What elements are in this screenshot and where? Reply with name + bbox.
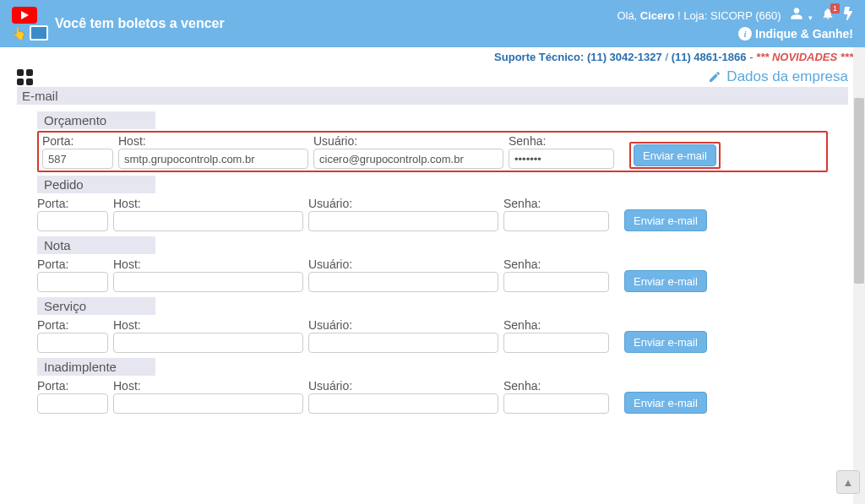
- form-row-pedido: Porta: Host: Usuário: Senha: Enviar e-ma…: [37, 195, 828, 233]
- label-senha: Senha:: [503, 257, 609, 271]
- section-title-servico: Serviço: [37, 297, 155, 315]
- notification-badge: 1: [830, 3, 840, 14]
- pedido-senha-input[interactable]: [503, 211, 609, 231]
- send-button-wrap-orcamento: Enviar e-mail: [629, 142, 721, 169]
- edit-icon: [708, 70, 721, 84]
- pedido-enviar-button[interactable]: Enviar e-mail: [624, 209, 707, 231]
- user-name: Cicero: [640, 9, 674, 22]
- label-host: Host:: [113, 197, 303, 210]
- dados-empresa-link[interactable]: Dados da empresa: [708, 68, 848, 85]
- label-usuario: Usuário:: [313, 134, 503, 148]
- bolt-icon[interactable]: [843, 7, 853, 24]
- inadimplente-usuario-input[interactable]: [308, 393, 498, 414]
- support-label: Suporte Técnico:: [494, 51, 587, 63]
- servico-host-input[interactable]: [113, 333, 303, 353]
- label-host: Host:: [118, 134, 308, 148]
- vertical-scrollbar[interactable]: [853, 47, 865, 436]
- section-orcamento: Orçamento Porta: Host: Usuário: Senha: E…: [37, 111, 828, 172]
- topbar-user-row: Olá, Cicero ! Loja: SICORP (660) ▾ 1: [617, 7, 853, 24]
- pedido-host-input[interactable]: [113, 211, 303, 231]
- section-pedido: Pedido Porta: Host: Usuário: Senha: Envi…: [37, 176, 828, 233]
- form-row-orcamento: Porta: Host: Usuário: Senha: Enviar e-ma…: [37, 131, 828, 172]
- section-title-nota: Nota: [37, 236, 155, 254]
- orcamento-senha-input[interactable]: [509, 149, 614, 169]
- user-icon[interactable]: ▾: [790, 7, 813, 24]
- inadimplente-host-input[interactable]: [113, 393, 303, 414]
- label-host: Host:: [113, 318, 303, 332]
- topbar-icons: ▾ 1: [790, 7, 853, 24]
- servico-enviar-button[interactable]: Enviar e-mail: [624, 331, 707, 353]
- label-host: Host:: [113, 379, 303, 393]
- label-porta: Porta:: [37, 257, 108, 271]
- hand-point-icon: 👆: [12, 26, 26, 40]
- servico-senha-input[interactable]: [503, 333, 609, 353]
- orcamento-enviar-button[interactable]: Enviar e-mail: [634, 144, 716, 166]
- label-porta: Porta:: [37, 197, 108, 210]
- toolbar: Dados da empresa: [17, 68, 848, 85]
- youtube-icon[interactable]: [12, 7, 37, 24]
- label-porta: Porta:: [42, 134, 113, 148]
- bell-icon[interactable]: 1: [821, 7, 835, 24]
- section-servico: Serviço Porta: Host: Usuário: Senha: Env…: [37, 297, 828, 355]
- novidades-link[interactable]: *** NOVIDADES ***: [756, 51, 853, 63]
- form-row-servico: Porta: Host: Usuário: Senha: Enviar e-ma…: [37, 317, 828, 355]
- support-bar: Suporte Técnico: (11) 3042-1327 / (11) 4…: [0, 47, 865, 67]
- scrollbar-thumb[interactable]: [854, 98, 864, 284]
- servico-usuario-input[interactable]: [308, 333, 498, 353]
- orcamento-porta-input[interactable]: [42, 149, 113, 169]
- indique-ganhe-link[interactable]: i Indique & Ganhe!: [738, 27, 853, 41]
- label-porta: Porta:: [37, 379, 108, 393]
- nota-enviar-button[interactable]: Enviar e-mail: [624, 270, 707, 292]
- pedido-usuario-input[interactable]: [308, 211, 498, 231]
- boleto-warning-text[interactable]: Você tem boletos a vencer: [55, 16, 225, 31]
- inadimplente-porta-input[interactable]: [37, 393, 108, 414]
- caret-down-icon: ▾: [808, 14, 813, 22]
- section-title-orcamento: Orçamento: [37, 111, 155, 129]
- section-inadimplente: Inadimplente Porta: Host: Usuário: Senha…: [37, 358, 828, 415]
- label-senha: Senha:: [503, 318, 609, 332]
- form-row-inadimplente: Porta: Host: Usuário: Senha: Enviar e-ma…: [37, 377, 828, 415]
- label-host: Host:: [113, 257, 303, 271]
- servico-porta-input[interactable]: [37, 333, 108, 353]
- form-row-nota: Porta: Host: Usuário: Senha: Enviar e-ma…: [37, 256, 828, 294]
- content: Dados da empresa E-mail Orçamento Porta:…: [0, 67, 865, 436]
- info-icon: i: [738, 27, 752, 41]
- nota-usuario-input[interactable]: [308, 272, 498, 292]
- section-nota: Nota Porta: Host: Usuário: Senha: Enviar…: [37, 236, 828, 294]
- nota-host-input[interactable]: [113, 272, 303, 292]
- support-phone-2[interactable]: (11) 4861-1866: [672, 51, 747, 63]
- support-phone-1[interactable]: (11) 3042-1327: [587, 51, 662, 63]
- greeting-text: Olá, Cicero ! Loja: SICORP (660): [617, 9, 781, 22]
- label-usuario: Usuário:: [308, 257, 498, 271]
- nota-senha-input[interactable]: [503, 272, 609, 292]
- nota-porta-input[interactable]: [37, 272, 108, 292]
- topbar-right: Olá, Cicero ! Loja: SICORP (660) ▾ 1 i I…: [617, 7, 853, 41]
- label-usuario: Usuário:: [308, 197, 498, 210]
- inadimplente-senha-input[interactable]: [503, 393, 609, 414]
- orcamento-host-input[interactable]: [118, 149, 308, 169]
- label-porta: Porta:: [37, 318, 108, 332]
- label-senha: Senha:: [503, 379, 609, 393]
- section-title-inadimplente: Inadimplente: [37, 358, 155, 376]
- section-title-pedido: Pedido: [37, 176, 155, 193]
- inadimplente-enviar-button[interactable]: Enviar e-mail: [624, 392, 707, 414]
- page-heading: E-mail: [17, 87, 848, 105]
- apps-grid-icon[interactable]: [17, 69, 33, 85]
- label-usuario: Usuário:: [308, 318, 498, 332]
- orcamento-usuario-input[interactable]: [313, 149, 503, 169]
- topbar-left: 👆 Você tem boletos a vencer: [12, 7, 225, 41]
- monitor-icon[interactable]: [30, 25, 48, 41]
- pedido-porta-input[interactable]: [37, 211, 108, 231]
- label-senha: Senha:: [509, 134, 614, 148]
- topbar: 👆 Você tem boletos a vencer Olá, Cicero …: [0, 0, 865, 47]
- label-usuario: Usuário:: [308, 379, 498, 393]
- label-senha: Senha:: [503, 197, 609, 210]
